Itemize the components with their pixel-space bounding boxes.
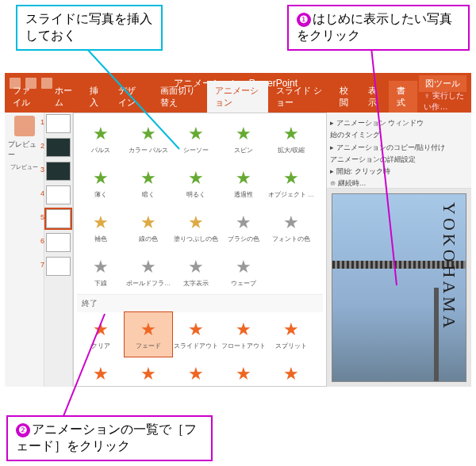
anim-塗りつぶしの色[interactable]: ★塗りつぶしの色: [172, 205, 220, 250]
callout-insert-photo: スライドに写真を挿入しておく: [16, 5, 163, 51]
slide-canvas[interactable]: YOKOHAMA: [327, 189, 471, 387]
animation-options: ▸ アニメーション ウィンドウ 始のタイミング ▸ アニメーションのコピー/貼り…: [327, 113, 471, 189]
anim-線の色[interactable]: ★線の色: [125, 205, 172, 250]
powerpoint-window: アニメーション - PowerPoint 図ツール ファイル ホーム 挿入 デザ…: [5, 73, 471, 387]
anim-スプリット[interactable]: ★スプリット: [267, 312, 315, 357]
slide-title-text: YOKOHAMA: [439, 202, 459, 331]
ribbon-panel: プレビュー プレビュー 1 2 3 4 5 6 7 ★パルス★カラー パルス★シ…: [5, 113, 471, 387]
preview-icon[interactable]: [14, 116, 35, 136]
gallery-emphasis: ★パルス★カラー パルス★シーソー★スピン★拡大/収縮★薄く★暗く★明るく★透過…: [77, 116, 323, 294]
anim-補色[interactable]: ★補色: [77, 205, 125, 250]
contextual-tab-title: 図ツール: [419, 75, 466, 92]
preview-button-label[interactable]: プレビュー: [10, 163, 38, 171]
anim-明るく[interactable]: ★明るく: [172, 161, 220, 205]
anim-太字表示[interactable]: ★太字表示: [172, 250, 220, 294]
slide-thumb-5[interactable]: 5: [46, 209, 71, 228]
anim-透過性[interactable]: ★透過性: [220, 161, 267, 205]
tab-format[interactable]: 書式: [389, 81, 417, 113]
slide-thumb-7[interactable]: 7: [46, 257, 71, 276]
anim-クリア[interactable]: ★クリア: [77, 312, 125, 357]
badge-1: ❶: [297, 13, 311, 27]
ribbon-tabs: ファイル ホーム 挿入 デザイン 画面切り替え アニメーション スライド ショー…: [5, 94, 471, 113]
anim-薄く[interactable]: ★薄く: [77, 161, 125, 205]
tab-design[interactable]: デザイン: [110, 81, 152, 113]
anim-ブラシの色[interactable]: ★ブラシの色: [220, 205, 267, 250]
anim-ワイプ[interactable]: ★ワイプ: [77, 357, 125, 387]
callout-step-2-text: アニメーションの一覧で［フェード］をクリック: [16, 422, 197, 453]
preview-label: プレビュー: [8, 139, 40, 160]
anim-図形[interactable]: ★図形: [125, 357, 172, 387]
anim-ウェーブ[interactable]: ★ウェーブ: [220, 250, 267, 294]
anim-オブジェクト …[interactable]: ★オブジェクト …: [267, 161, 315, 205]
anim-フロートアウト[interactable]: ★フロートアウト: [220, 312, 267, 357]
anim-暗く[interactable]: ★暗く: [125, 161, 172, 205]
anim-ボールドフラ…[interactable]: ★ボールドフラ…: [125, 250, 172, 294]
slide-thumbnails: 1 2 3 4 5 6 7: [44, 113, 73, 387]
anim-カラー パルス[interactable]: ★カラー パルス: [125, 116, 172, 161]
tab-home[interactable]: ホーム: [47, 81, 82, 113]
slide-thumb-2[interactable]: 2: [46, 138, 71, 157]
tab-animations[interactable]: アニメーション: [207, 81, 268, 113]
tell-me[interactable]: ♀ 実行したい作…: [424, 90, 471, 113]
anim-フェード[interactable]: ★フェード: [125, 312, 172, 357]
anim-シーソー[interactable]: ★シーソー: [172, 116, 220, 161]
slide-thumb-1[interactable]: 1: [46, 114, 71, 133]
anim-下線[interactable]: ★下線: [77, 250, 125, 294]
callout-step-1-text: はじめに表示したい写真をクリック: [297, 12, 452, 42]
anim-スライドアウト[interactable]: ★スライドアウト: [172, 312, 220, 357]
callout-step-2: ❷アニメーションの一覧で［フェード］をクリック: [6, 415, 213, 461]
opt-copy[interactable]: ▸ アニメーションのコピー/貼り付け: [330, 142, 468, 154]
anim-ランダムスト…[interactable]: ★ランダムスト…: [220, 357, 267, 387]
preview-group: プレビュー プレビュー: [5, 113, 44, 387]
anim-ホイール[interactable]: ★ホイール: [172, 357, 220, 387]
gallery-exit: ★クリア★フェード★スライドアウト★フロートアウト★スプリット★ワイプ★図形★ホ…: [77, 312, 323, 387]
opt-anim-pane[interactable]: ▸ アニメーション ウィンドウ: [330, 117, 468, 129]
tab-transitions[interactable]: 画面切り替え: [152, 81, 207, 113]
slide-thumb-3[interactable]: 3: [46, 162, 71, 181]
tab-slideshow[interactable]: スライド ショー: [268, 81, 331, 113]
slide-thumb-6[interactable]: 6: [46, 233, 71, 252]
anim-拡大/収縮[interactable]: ★拡大/収縮: [267, 116, 315, 161]
tab-insert[interactable]: 挿入: [82, 81, 110, 113]
opt-timing: 始のタイミング: [330, 129, 468, 141]
animation-gallery[interactable]: ★パルス★カラー パルス★シーソー★スピン★拡大/収縮★薄く★暗く★明るく★透過…: [73, 113, 327, 387]
tab-review[interactable]: 校閲: [332, 81, 360, 113]
right-pane: ▸ アニメーション ウィンドウ 始のタイミング ▸ アニメーションのコピー/貼り…: [327, 113, 471, 387]
anim-スピン[interactable]: ★スピン: [220, 116, 267, 161]
opt-start[interactable]: ▸ 開始: クリック時: [330, 166, 468, 178]
callout-step-1: ❶はじめに表示したい写真をクリック: [287, 5, 470, 51]
opt-detail: アニメーションの詳細設定: [330, 154, 468, 166]
section-exit: 終了: [77, 294, 323, 312]
badge-2: ❷: [16, 423, 30, 437]
tab-view[interactable]: 表示: [360, 81, 389, 113]
slide-thumb-4[interactable]: 4: [46, 185, 71, 204]
anim-パルス[interactable]: ★パルス: [77, 116, 125, 161]
anim-フォントの色[interactable]: ★フォントの色: [267, 205, 315, 250]
tab-file[interactable]: ファイル: [5, 81, 47, 113]
anim-縮小および…[interactable]: ★縮小および…: [267, 357, 315, 387]
inserted-photo[interactable]: YOKOHAMA: [332, 193, 466, 382]
